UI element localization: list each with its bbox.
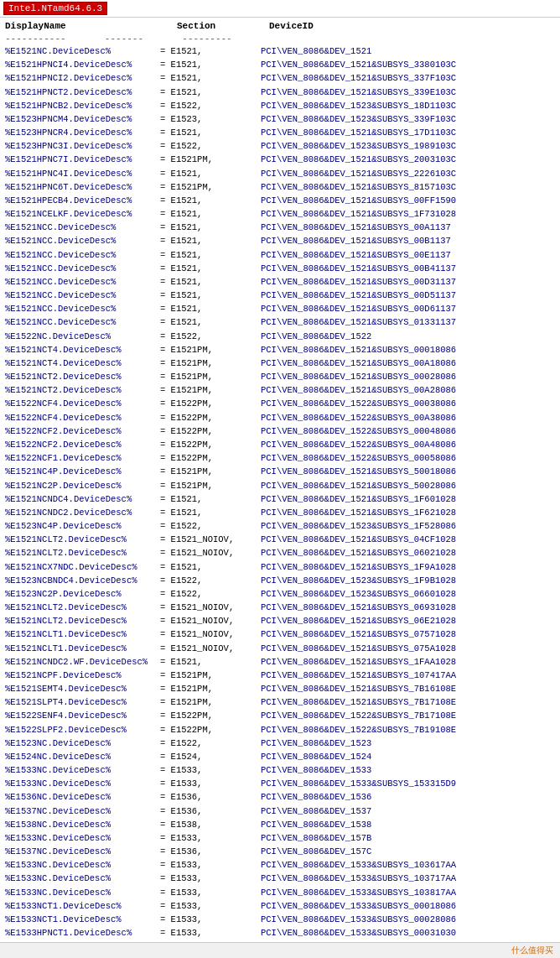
table-row: %E1522SLPF2.DeviceDesc%= E1522PM,PCI\VEN…	[5, 723, 555, 737]
table-row: %E1521HPNC6T.DeviceDesc%= E1521PM,PCI\VE…	[5, 180, 555, 194]
table-row: %E1521NCT2.DeviceDesc%= E1521PM,PCI\VEN_…	[5, 370, 555, 383]
cell-deviceid: PCI\VEN_8086&DEV_1521&SUBSYS_1F731028	[261, 208, 555, 220]
cell-deviceid: PCI\VEN_8086&DEV_1521&SUBSYS_2003103C	[261, 154, 555, 165]
table-row: %E1521NCT4.DeviceDesc%= E1521PM,PCI\VEN_…	[5, 343, 555, 357]
table-row: %E1521NCLT1.DeviceDesc%= E1521_NOIOV,PCI…	[5, 642, 555, 655]
cell-deviceid: PCI\VEN_8086&DEV_1521&SUBSYS_00E1137	[261, 249, 555, 261]
cell-name: %E1521NCT4.DeviceDesc%	[5, 357, 160, 369]
cell-deviceid: PCI\VEN_8086&DEV_1521&SUBSYS_00A28086	[261, 384, 555, 396]
col-header-displayname: DisplayName	[5, 21, 160, 31]
cell-deviceid: PCI\VEN_8086&DEV_1523&SUBSYS_1F528086	[261, 520, 555, 532]
cell-name: %E1523HPNCM4.DeviceDesc%	[5, 113, 160, 125]
cell-deviceid: PCI\VEN_8086&DEV_157C	[261, 846, 555, 857]
cell-deviceid: PCI\VEN_8086&DEV_1521&SUBSYS_07571028	[261, 628, 555, 640]
cell-name: %E1523NC4P.DeviceDesc%	[5, 520, 160, 532]
table-row: %E1521NCT4.DeviceDesc%= E1521PM,PCI\VEN_…	[5, 357, 555, 370]
cell-section: = E1521,	[160, 289, 261, 301]
cell-deviceid: PCI\VEN_8086&DEV_1521&SUBSYS_06021028	[261, 547, 555, 559]
cell-deviceid: PCI\VEN_8086&DEV_1523&SUBSYS_18D1103C	[261, 100, 555, 112]
cell-name: %E1521NCC.DeviceDesc%	[5, 316, 160, 328]
cell-deviceid: PCI\VEN_8086&DEV_1522&SUBSYS_00A38086	[261, 412, 555, 424]
cell-deviceid: PCI\VEN_8086&DEV_1521&SUBSYS_00A18086	[261, 357, 555, 369]
cell-section: = E1538,	[160, 819, 261, 830]
table-row: %E1523NCBNDC4.DeviceDesc%= E1522,PCI\VEN…	[5, 574, 555, 587]
cell-name: %E1523HPNC3I.DeviceDesc%	[5, 140, 160, 152]
table-row: %E1523HPNCR4.DeviceDesc%= E1521,PCI\VEN_…	[5, 126, 555, 139]
cell-section: = E1521,	[160, 168, 261, 180]
cell-name: %E1521NC2P.DeviceDesc%	[5, 480, 160, 492]
cell-deviceid: PCI\VEN_8086&DEV_1521&SUBSYS_00B1137	[261, 235, 555, 247]
cell-section: = E1524,	[160, 751, 261, 763]
cell-name: %E1521NCT2.DeviceDesc%	[5, 384, 160, 396]
table-row: %E1522NC.DeviceDesc%= E1522,PCI\VEN_8086…	[5, 330, 555, 343]
cell-section: = E1522PM,	[160, 398, 261, 409]
cell-deviceid: PCI\VEN_8086&DEV_1536	[261, 791, 555, 803]
table-row: %E1521NCLT2.DeviceDesc%= E1521_NOIOV,PCI…	[5, 546, 555, 560]
table-row: %E1522SENF4.DeviceDesc%= E1522PM,PCI\VEN…	[5, 709, 555, 722]
table-row: %E1521NCPF.DeviceDesc%= E1521PM,PCI\VEN_…	[5, 669, 555, 682]
cell-section: = E1536,	[160, 846, 261, 857]
table-row: %E1523NC4P.DeviceDesc%= E1522,PCI\VEN_80…	[5, 519, 555, 533]
cell-section: = E1521_NOIOV,	[160, 534, 261, 545]
cell-deviceid: PCI\VEN_8086&DEV_1521&SUBSYS_1F601028	[261, 493, 555, 505]
cell-section: = E1521_NOIOV,	[160, 547, 261, 559]
cell-deviceid: PCI\VEN_8086&DEV_1523&SUBSYS_06601028	[261, 588, 555, 600]
cell-section: = E1521,	[160, 72, 261, 84]
header-row: DisplayName Section DeviceID	[5, 19, 555, 33]
cell-section: = E1521PM,	[160, 480, 261, 492]
cell-section: = E1523,	[160, 113, 261, 125]
cell-section: = E1521,	[160, 127, 261, 138]
table-row: %E1537NC.DeviceDesc%= E1536,PCI\VEN_8086…	[5, 804, 555, 818]
cell-name: %E1521NCPF.DeviceDesc%	[5, 669, 160, 681]
cell-name: %E1521NCELKF.DeviceDesc%	[5, 208, 160, 220]
cell-name: %E1521NCC.DeviceDesc%	[5, 221, 160, 233]
cell-deviceid: PCI\VEN_8086&DEV_1521&SUBSYS_01331137	[261, 316, 555, 328]
cell-section: = E1521,	[160, 235, 261, 247]
cell-deviceid: PCI\VEN_8086&DEV_1523&SUBSYS_339F103C	[261, 113, 555, 125]
cell-deviceid: PCI\VEN_8086&DEV_1521&SUBSYS_075A1028	[261, 643, 555, 654]
cell-deviceid: PCI\VEN_8086&DEV_1521&SUBSYS_00018086	[261, 344, 555, 356]
table-row: %E1521HPNC4I.DeviceDesc%= E1521,PCI\VEN_…	[5, 167, 555, 180]
cell-section: = E1533,	[160, 778, 261, 789]
cell-section: = E1522PM,	[160, 412, 261, 424]
cell-section: = E1521PM,	[160, 357, 261, 369]
cell-name: %E1521NCNDC2.WF.DeviceDesc%	[5, 656, 160, 668]
cell-deviceid: PCI\VEN_8086&DEV_1521&SUBSYS_06E21028	[261, 615, 555, 627]
table-row: %E1523NC.DeviceDesc%= E1522,PCI\VEN_8086…	[5, 737, 555, 750]
content-area: DisplayName Section DeviceID -----------…	[0, 18, 560, 957]
table-row: %E1521NCC.DeviceDesc%= E1521,PCI\VEN_808…	[5, 221, 555, 234]
cell-section: = E1522PM,	[160, 452, 261, 464]
cell-name: %E1533NCT1.DeviceDesc%	[5, 900, 160, 912]
cell-name: %E1533NCT1.DeviceDesc%	[5, 914, 160, 925]
cell-deviceid: PCI\VEN_8086&DEV_1522&SUBSYS_7B17108E	[261, 710, 555, 721]
cell-name: %E1522NCF4.DeviceDesc%	[5, 412, 160, 424]
cell-name: %E1521NCLT2.DeviceDesc%	[5, 601, 160, 613]
cell-deviceid: PCI\VEN_8086&DEV_1521&SUBSYS_8157103C	[261, 181, 555, 193]
cell-deviceid: PCI\VEN_8086&DEV_1521&SUBSYS_50018086	[261, 466, 555, 477]
table-row: %E1521SEMT4.DeviceDesc%= E1521PM,PCI\VEN…	[5, 682, 555, 695]
table-row: %E1521HPECB4.DeviceDesc%= E1521,PCI\VEN_…	[5, 194, 555, 207]
cell-name: %E1522NC.DeviceDesc%	[5, 331, 160, 342]
cell-deviceid: PCI\VEN_8086&DEV_1521&SUBSYS_1F621028	[261, 507, 555, 518]
table-row: %E1521NCELKF.DeviceDesc%= E1521,PCI\VEN_…	[5, 207, 555, 221]
cell-deviceid: PCI\VEN_8086&DEV_1521&SUBSYS_2226103C	[261, 168, 555, 180]
cell-section: = E1522PM,	[160, 724, 261, 736]
cell-section: = E1521PM,	[160, 466, 261, 477]
cell-deviceid: PCI\VEN_8086&DEV_1537	[261, 805, 555, 817]
cell-name: %E1523NC2P.DeviceDesc%	[5, 588, 160, 600]
cell-deviceid: PCI\VEN_8086&DEV_1521&SUBSYS_1F9A1028	[261, 561, 555, 573]
table-row: %E1523HPNC3I.DeviceDesc%= E1522,PCI\VEN_…	[5, 139, 555, 153]
cell-name: %E1523HPNCR4.DeviceDesc%	[5, 127, 160, 138]
cell-deviceid: PCI\VEN_8086&DEV_1522&SUBSYS_00A48086	[261, 439, 555, 450]
col-header-deviceid: DeviceID	[269, 21, 314, 31]
cell-section: = E1522,	[160, 520, 261, 532]
cell-section: = E1521,	[160, 263, 261, 274]
cell-name: %E1521NCNDC4.DeviceDesc%	[5, 493, 160, 505]
cell-section: = E1521PM,	[160, 154, 261, 165]
cell-name: %E1521HPNC6T.DeviceDesc%	[5, 181, 160, 193]
table-row: %E1521NCLT2.DeviceDesc%= E1521_NOIOV,PCI…	[5, 614, 555, 627]
watermark: 什么值得买	[511, 945, 553, 956]
cell-name: %E1537NC.DeviceDesc%	[5, 846, 160, 857]
cell-section: = E1521PM,	[160, 344, 261, 356]
cell-deviceid: PCI\VEN_8086&DEV_1522&SUBSYS_00048086	[261, 425, 555, 437]
